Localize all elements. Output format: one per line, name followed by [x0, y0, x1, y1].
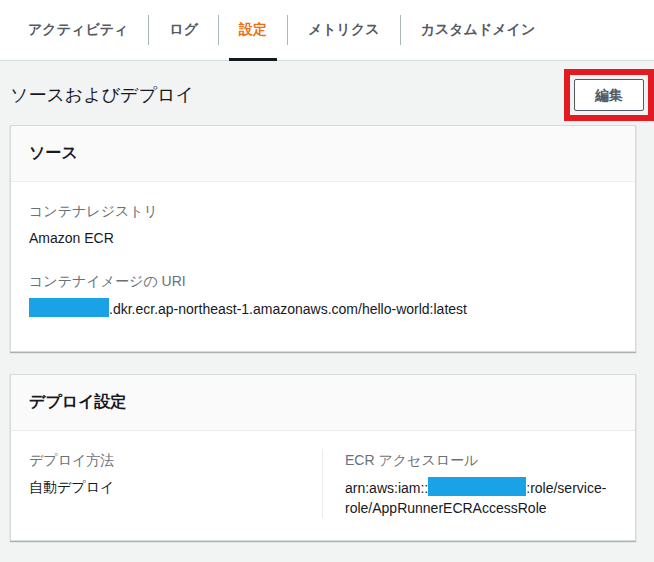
- container-image-uri-text: .dkr.ecr.ap-northeast-1.amazonaws.com/he…: [109, 301, 467, 317]
- page-title: ソースおよびデプロイ: [10, 83, 194, 107]
- container-image-uri-label: コンテナイメージの URI: [29, 272, 617, 290]
- ecr-access-role-field: ECR アクセスロール arn:aws:iam:::role/service-r…: [323, 449, 635, 518]
- tab-activity[interactable]: アクティビティ: [28, 0, 148, 60]
- container-registry-value: Amazon ECR: [29, 228, 617, 248]
- deploy-settings-card-title: デプロイ設定: [29, 393, 127, 410]
- edit-button[interactable]: 編集: [574, 79, 644, 111]
- deploy-settings-card-body: デプロイ方法 自動デプロイ ECR アクセスロール arn:aws:iam:::…: [11, 431, 635, 540]
- source-card: ソース コンテナレジストリ Amazon ECR コンテナイメージの URI .…: [10, 125, 636, 352]
- tab-metrics[interactable]: メトリクス: [288, 0, 400, 60]
- container-registry-label: コンテナレジストリ: [29, 202, 617, 220]
- source-card-header: ソース: [11, 126, 635, 182]
- deploy-method-field: デプロイ方法 自動デプロイ: [11, 449, 322, 518]
- ecr-access-role-label: ECR アクセスロール: [345, 451, 623, 469]
- deploy-settings-card-header: デプロイ設定: [11, 375, 635, 431]
- tab-custom-domains[interactable]: カスタムドメイン: [401, 0, 556, 60]
- section-header: ソースおよびデプロイ 編集: [10, 69, 654, 121]
- deploy-settings-card: デプロイ設定 デプロイ方法 自動デプロイ ECR アクセスロール arn:aws…: [10, 374, 636, 541]
- source-card-title: ソース: [29, 144, 78, 161]
- arn-prefix-text: arn:aws:iam::: [345, 480, 428, 496]
- source-card-body: コンテナレジストリ Amazon ECR コンテナイメージの URI .dkr.…: [11, 182, 635, 351]
- tab-settings[interactable]: 設定: [219, 0, 287, 60]
- container-image-uri-field: コンテナイメージの URI .dkr.ecr.ap-northeast-1.am…: [29, 272, 617, 319]
- redacted-account-id: [29, 298, 109, 317]
- ecr-access-role-value: arn:aws:iam:::role/service-role/AppRunne…: [345, 477, 623, 518]
- tab-logs[interactable]: ログ: [149, 0, 218, 60]
- container-image-uri-value: .dkr.ecr.ap-northeast-1.amazonaws.com/he…: [29, 298, 617, 319]
- deploy-method-label: デプロイ方法: [29, 451, 302, 469]
- edit-annotation-box: 編集: [564, 69, 654, 121]
- redacted-account-id: [428, 477, 526, 496]
- tab-bar: アクティビティ ログ 設定 メトリクス カスタムドメイン: [0, 0, 654, 61]
- deploy-method-value: 自動デプロイ: [29, 477, 302, 497]
- app-runner-settings-page: アクティビティ ログ 設定 メトリクス カスタムドメイン ソースおよびデプロイ …: [0, 0, 654, 541]
- container-registry-field: コンテナレジストリ Amazon ECR: [29, 202, 617, 248]
